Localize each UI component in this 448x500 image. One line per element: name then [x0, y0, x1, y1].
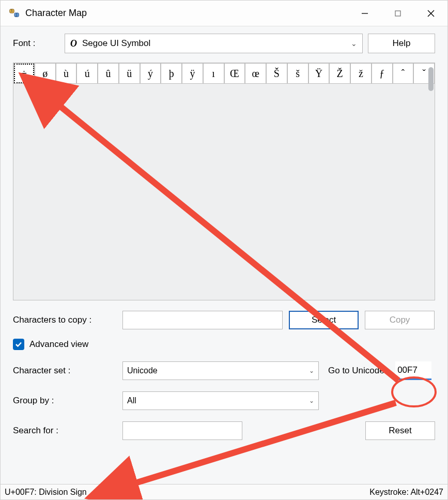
font-selected: Segoe UI Symbol	[82, 38, 351, 49]
statusbar-left: U+00F7: Division Sign	[5, 488, 369, 497]
app-icon: λβ	[9, 8, 20, 19]
char-cell-9[interactable]: ı	[203, 63, 224, 84]
window-title: Character Map	[25, 8, 87, 19]
copy-label: Characters to copy :	[13, 315, 116, 325]
charset-dropdown[interactable]: Unicode ⌄	[122, 361, 319, 380]
reset-button[interactable]: Reset	[365, 421, 435, 440]
statusbar: U+00F7: Division Sign Keystroke: Alt+024…	[1, 484, 447, 499]
char-cell-18[interactable]: ˆ	[393, 63, 414, 84]
char-cell-6[interactable]: ý	[140, 63, 161, 84]
char-cell-14[interactable]: Ÿ	[308, 63, 330, 84]
chevron-down-icon: ⌄	[309, 367, 314, 374]
font-preview-icon: O	[70, 38, 77, 49]
chevron-down-icon: ⌄	[309, 397, 314, 404]
goto-unicode-label: Go to Unicode :	[328, 366, 389, 376]
char-cell-17[interactable]: ƒ	[372, 63, 393, 84]
char-cell-2[interactable]: ù	[56, 63, 77, 84]
minimize-button[interactable]	[348, 1, 381, 26]
advanced-view-label: Advanced view	[29, 339, 88, 350]
font-label: Font :	[13, 38, 59, 49]
advanced-view-checkbox[interactable]	[13, 339, 24, 350]
char-cell-13[interactable]: š	[287, 63, 308, 84]
goto-unicode-input[interactable]	[395, 361, 431, 380]
svg-text:β: β	[16, 12, 18, 17]
copy-button[interactable]: Copy	[365, 311, 435, 329]
char-cell-15[interactable]: Ž	[329, 63, 350, 84]
char-cell-7[interactable]: þ	[161, 63, 182, 84]
groupby-label: Group by :	[13, 396, 116, 406]
char-cell-0[interactable]: ÷	[13, 63, 35, 84]
help-button[interactable]: Help	[368, 34, 435, 53]
groupby-value: All	[127, 396, 309, 405]
char-cell-11[interactable]: œ	[245, 63, 266, 84]
char-cell-16[interactable]: ž	[350, 63, 372, 84]
char-cell-4[interactable]: û	[98, 63, 119, 84]
scrollbar-thumb[interactable]	[428, 67, 434, 91]
char-cell-5[interactable]: ü	[119, 63, 140, 84]
statusbar-right: Keystroke: Alt+0247	[369, 488, 443, 497]
search-input[interactable]	[122, 421, 242, 440]
charset-value: Unicode	[127, 366, 309, 375]
groupby-dropdown[interactable]: All ⌄	[122, 391, 319, 410]
character-grid: ÷øùúûüýþÿıŒœŠšŸŽžƒˆˇ	[13, 63, 435, 300]
close-button[interactable]	[414, 1, 447, 26]
char-cell-1[interactable]: ø	[35, 63, 56, 84]
char-cell-12[interactable]: Š	[266, 63, 287, 84]
charset-label: Character set :	[13, 366, 116, 376]
font-dropdown[interactable]: O Segoe UI Symbol ⌄	[65, 34, 363, 53]
char-cell-3[interactable]: ú	[76, 63, 98, 84]
characters-to-copy-input[interactable]	[122, 311, 283, 329]
svg-rect-5	[395, 11, 400, 16]
select-button[interactable]: Select	[289, 311, 359, 329]
search-label: Search for :	[13, 426, 116, 436]
chevron-down-icon: ⌄	[351, 39, 357, 48]
titlebar: λβ Character Map	[1, 1, 447, 26]
char-cell-10[interactable]: Œ	[224, 63, 245, 84]
char-cell-8[interactable]: ÿ	[182, 63, 203, 84]
maximize-button[interactable]	[381, 1, 414, 26]
